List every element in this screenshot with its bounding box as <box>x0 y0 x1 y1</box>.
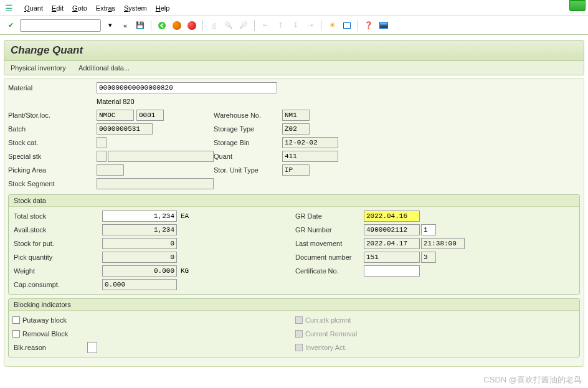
menu-extras[interactable]: Extras <box>96 4 115 12</box>
menu-help[interactable]: Help <box>156 4 170 12</box>
blocking-title: Blocking indicators <box>9 299 579 311</box>
page-title: Change Quant <box>11 44 577 57</box>
label-stock-put: Stock for put. <box>12 240 102 247</box>
page-first-icon: ⇤ <box>260 20 271 31</box>
stock-put-field[interactable] <box>102 238 177 249</box>
label-last-movement: Last movement <box>295 240 364 247</box>
label-pick-qty: Pick quantity <box>12 253 102 261</box>
menu-edit[interactable]: Edit <box>52 4 64 12</box>
special-stk-desc-field[interactable] <box>108 151 214 162</box>
menu-quant[interactable]: Quant <box>24 4 43 12</box>
label-cert-no: Certificate No. <box>295 267 364 275</box>
storage-bin-field[interactable] <box>282 137 338 148</box>
form-area: Material Material 820 Plant/Stor.loc. Wa… <box>4 78 584 367</box>
menu-bar: ☰ Quant Edit Goto Extras System Help <box>0 0 588 16</box>
gr-number-field[interactable] <box>364 224 420 235</box>
avail-stock-field[interactable] <box>102 224 177 235</box>
plant-field[interactable] <box>97 110 134 121</box>
label-avail-stock: Avail.stock <box>12 226 102 234</box>
unit-kg: KG <box>181 267 189 275</box>
label-curr-stk: Curr.stk plcmnt <box>305 316 351 324</box>
total-stock-field[interactable] <box>102 211 177 222</box>
tab-physical-inventory[interactable]: Physical inventory <box>11 64 66 72</box>
command-field[interactable] <box>20 19 101 32</box>
storloc-field[interactable] <box>136 110 164 121</box>
local-layout-icon[interactable] <box>378 20 389 31</box>
label-removal-block: Removal Block <box>22 330 68 338</box>
print-icon: 🖨 <box>208 20 219 31</box>
curr-removal-checkbox <box>295 330 303 338</box>
stor-unit-type-field[interactable] <box>282 164 310 176</box>
weight-field[interactable] <box>102 265 177 277</box>
label-stock-segment: Stock Segment <box>7 180 97 187</box>
stock-segment-field[interactable] <box>97 178 214 189</box>
exit-icon[interactable] <box>171 20 183 31</box>
quant-field[interactable] <box>282 151 338 162</box>
dropdown-icon[interactable]: ▾ <box>105 20 116 31</box>
watermark: CSDN @喜欢打酱油的老鸟 <box>483 374 582 386</box>
find-next-icon: 🔎 <box>238 20 249 31</box>
label-picking-area: Picking Area <box>7 166 97 174</box>
page-down-icon: ↧ <box>290 20 301 31</box>
label-special-stk: Special stk <box>7 153 97 160</box>
label-storage-bin: Storage Bin <box>214 139 282 146</box>
separator <box>254 20 255 31</box>
gr-number-item-field[interactable] <box>421 224 436 235</box>
label-blk-reason: Blk.reason <box>12 344 87 351</box>
inventory-act-checkbox <box>295 344 303 351</box>
svg-point-0 <box>158 22 166 29</box>
label-storage-type: Storage Type <box>214 125 282 133</box>
tab-additional-data[interactable]: Additional data... <box>78 64 130 72</box>
blocking-box: Blocking indicators Putaway block Remova… <box>8 298 580 357</box>
warehouse-field[interactable] <box>282 110 310 121</box>
menu-system[interactable]: System <box>124 4 147 12</box>
material-desc: Material 820 <box>97 98 135 105</box>
new-session-icon[interactable]: ✳ <box>326 20 338 31</box>
label-gr-date: GR Date <box>295 212 364 220</box>
picking-area-field[interactable] <box>97 164 124 176</box>
label-doc-number: Document number <box>295 253 364 261</box>
stock-data-title: Stock data <box>9 195 579 207</box>
label-batch: Batch <box>7 125 97 133</box>
cert-no-field[interactable] <box>364 265 420 277</box>
first-page-icon[interactable]: « <box>120 20 131 31</box>
cap-consumpt-field[interactable] <box>102 279 177 290</box>
title-band: Change Quant <box>4 40 584 61</box>
find-icon: 🔍 <box>223 20 234 31</box>
window-button[interactable] <box>569 0 586 11</box>
storage-type-field[interactable] <box>282 123 310 135</box>
page-up-icon: ↥ <box>275 20 286 31</box>
material-field[interactable] <box>97 82 277 93</box>
enter-icon[interactable]: ✔ <box>5 20 16 31</box>
separator <box>321 20 321 31</box>
separator <box>202 20 203 31</box>
label-cap-consumpt: Cap.consumpt. <box>12 281 102 288</box>
removal-block-checkbox[interactable] <box>12 330 20 338</box>
layout-icon[interactable] <box>341 20 353 31</box>
batch-field[interactable] <box>97 123 153 135</box>
sub-tabs: Physical inventory Additional data... <box>4 61 584 75</box>
back-icon[interactable] <box>156 20 168 31</box>
putaway-block-checkbox[interactable] <box>12 316 20 324</box>
gr-date-field[interactable] <box>364 211 420 222</box>
stock-cat-field[interactable] <box>97 137 107 148</box>
cancel-icon[interactable] <box>186 20 197 31</box>
label-curr-removal: Current Removal <box>305 330 357 338</box>
blk-reason-field[interactable] <box>87 342 97 353</box>
label-stor-unit-type: Stor. Unit Type <box>214 166 282 174</box>
toolbar: ✔ ▾ « 💾 🖨 🔍 🔎 ⇤ ↥ ↧ ⇥ ✳ ❓ <box>0 16 588 35</box>
doc-number-item-field[interactable] <box>421 252 436 263</box>
label-putaway-block: Putaway block <box>22 316 67 324</box>
label-warehouse: Warehouse No. <box>214 111 282 119</box>
last-movement-time-field[interactable] <box>421 238 465 249</box>
label-total-stock: Total stock <box>12 212 102 220</box>
save-icon[interactable]: 💾 <box>135 20 146 31</box>
menu-goto[interactable]: Goto <box>72 4 87 12</box>
last-movement-date-field[interactable] <box>364 238 420 249</box>
doc-number-field[interactable] <box>364 252 420 263</box>
app-menu-icon[interactable]: ☰ <box>5 3 13 13</box>
pick-qty-field[interactable] <box>102 252 177 263</box>
label-stock-cat: Stock cat. <box>7 139 97 146</box>
help-icon[interactable]: ❓ <box>363 20 374 31</box>
special-stk-field[interactable] <box>97 151 107 162</box>
